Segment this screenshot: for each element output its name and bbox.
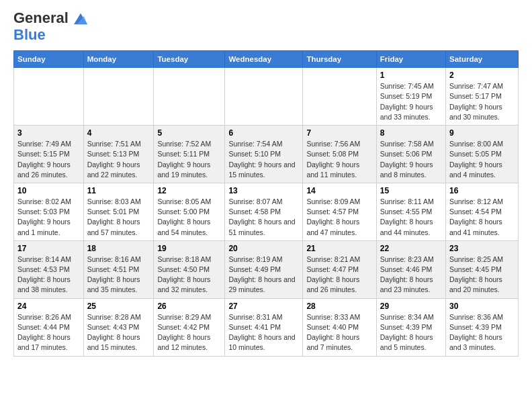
day-number: 11 [87,186,150,195]
calendar-cell: 8Sunrise: 7:58 AM Sunset: 5:06 PM Daylig… [376,126,445,183]
day-number: 3 [17,128,80,138]
day-number: 4 [87,128,150,138]
day-info: Sunrise: 8:19 AM Sunset: 4:49 PM Dayligh… [228,255,299,295]
day-number: 22 [380,244,442,253]
day-info: Sunrise: 8:09 AM Sunset: 4:57 PM Dayligh… [306,197,372,238]
day-info: Sunrise: 8:07 AM Sunset: 4:58 PM Dayligh… [228,197,299,238]
calendar-cell: 12Sunrise: 8:05 AM Sunset: 5:00 PM Dayli… [154,183,225,240]
weekday-header-thursday: Thursday [303,51,376,68]
calendar-cell: 25Sunrise: 8:28 AM Sunset: 4:43 PM Dayli… [83,298,154,356]
calendar-cell: 14Sunrise: 8:09 AM Sunset: 4:57 PM Dayli… [303,183,376,240]
day-info: Sunrise: 8:00 AM Sunset: 5:05 PM Dayligh… [449,139,515,180]
calendar-cell: 9Sunrise: 8:00 AM Sunset: 5:05 PM Daylig… [446,126,519,183]
day-number: 18 [87,244,150,253]
calendar-cell: 13Sunrise: 8:07 AM Sunset: 4:58 PM Dayli… [225,183,303,240]
calendar-cell [154,68,225,126]
calendar-cell: 19Sunrise: 8:18 AM Sunset: 4:50 PM Dayli… [154,240,225,298]
day-number: 23 [449,244,515,253]
day-number: 29 [380,302,442,311]
day-info: Sunrise: 8:18 AM Sunset: 4:50 PM Dayligh… [157,255,221,295]
logo-general: General [13,9,69,26]
day-number: 7 [306,128,372,138]
day-info: Sunrise: 8:25 AM Sunset: 4:45 PM Dayligh… [449,255,515,295]
day-info: Sunrise: 8:03 AM Sunset: 5:01 PM Dayligh… [87,197,150,238]
day-info: Sunrise: 7:45 AM Sunset: 5:19 PM Dayligh… [380,81,442,122]
day-number: 30 [449,302,515,311]
logo-blue: Blue [13,26,46,43]
day-number: 27 [228,302,299,311]
day-number: 21 [306,244,372,253]
calendar-cell [225,68,303,126]
day-info: Sunrise: 8:33 AM Sunset: 4:40 PM Dayligh… [306,312,372,353]
day-info: Sunrise: 7:47 AM Sunset: 5:17 PM Dayligh… [449,81,515,122]
calendar-cell: 17Sunrise: 8:14 AM Sunset: 4:53 PM Dayli… [14,240,84,298]
calendar-cell: 1Sunrise: 7:45 AM Sunset: 5:19 PM Daylig… [376,68,445,126]
page-container: General Blue SundayMondayTuesdayWed [0,0,532,363]
calendar-cell [14,68,84,126]
calendar-cell: 3Sunrise: 7:49 AM Sunset: 5:15 PM Daylig… [14,126,84,183]
weekday-header-saturday: Saturday [446,51,519,68]
day-info: Sunrise: 8:28 AM Sunset: 4:43 PM Dayligh… [87,312,150,353]
day-number: 8 [380,128,442,138]
day-number: 2 [449,71,515,80]
calendar-cell: 4Sunrise: 7:51 AM Sunset: 5:13 PM Daylig… [83,126,154,183]
day-number: 25 [87,302,150,311]
day-info: Sunrise: 8:29 AM Sunset: 4:42 PM Dayligh… [157,312,221,353]
weekday-header-sunday: Sunday [14,51,84,68]
calendar-cell: 11Sunrise: 8:03 AM Sunset: 5:01 PM Dayli… [83,183,154,240]
logo-text: General Blue [13,10,87,44]
calendar-table: SundayMondayTuesdayWednesdayThursdayFrid… [13,50,519,356]
day-info: Sunrise: 8:11 AM Sunset: 4:55 PM Dayligh… [380,197,442,238]
calendar-cell [83,68,154,126]
day-number: 26 [157,302,221,311]
day-info: Sunrise: 8:36 AM Sunset: 4:39 PM Dayligh… [449,312,515,353]
calendar-cell: 29Sunrise: 8:34 AM Sunset: 4:39 PM Dayli… [376,298,445,356]
day-info: Sunrise: 8:14 AM Sunset: 4:53 PM Dayligh… [17,255,80,295]
day-number: 13 [228,186,299,195]
day-info: Sunrise: 8:02 AM Sunset: 5:03 PM Dayligh… [17,197,80,238]
day-number: 20 [228,244,299,253]
calendar-cell: 10Sunrise: 8:02 AM Sunset: 5:03 PM Dayli… [14,183,84,240]
calendar-week-3: 10Sunrise: 8:02 AM Sunset: 5:03 PM Dayli… [14,183,519,240]
calendar-cell: 24Sunrise: 8:26 AM Sunset: 4:44 PM Dayli… [14,298,84,356]
day-number: 19 [157,244,221,253]
day-number: 14 [306,186,372,195]
weekday-header-tuesday: Tuesday [154,51,225,68]
day-number: 12 [157,186,221,195]
day-number: 5 [157,128,221,138]
calendar-cell: 30Sunrise: 8:36 AM Sunset: 4:39 PM Dayli… [446,298,519,356]
calendar-cell: 21Sunrise: 8:21 AM Sunset: 4:47 PM Dayli… [303,240,376,298]
day-number: 1 [380,71,442,80]
day-info: Sunrise: 8:31 AM Sunset: 4:41 PM Dayligh… [228,312,299,353]
day-number: 16 [449,186,515,195]
calendar-cell: 20Sunrise: 8:19 AM Sunset: 4:49 PM Dayli… [225,240,303,298]
calendar-cell: 26Sunrise: 8:29 AM Sunset: 4:42 PM Dayli… [154,298,225,356]
calendar-cell [303,68,376,126]
calendar-cell: 6Sunrise: 7:54 AM Sunset: 5:10 PM Daylig… [225,126,303,183]
day-number: 6 [228,128,299,138]
day-info: Sunrise: 8:05 AM Sunset: 5:00 PM Dayligh… [157,197,221,238]
logo: General Blue [13,10,87,44]
day-number: 9 [449,128,515,138]
calendar-cell: 28Sunrise: 8:33 AM Sunset: 4:40 PM Dayli… [303,298,376,356]
day-info: Sunrise: 8:26 AM Sunset: 4:44 PM Dayligh… [17,312,80,353]
logo-icon [74,12,87,26]
calendar-cell: 27Sunrise: 8:31 AM Sunset: 4:41 PM Dayli… [225,298,303,356]
calendar-cell: 5Sunrise: 7:52 AM Sunset: 5:11 PM Daylig… [154,126,225,183]
day-number: 10 [17,186,80,195]
calendar-cell: 2Sunrise: 7:47 AM Sunset: 5:17 PM Daylig… [446,68,519,126]
calendar-cell: 22Sunrise: 8:23 AM Sunset: 4:46 PM Dayli… [376,240,445,298]
calendar-week-5: 24Sunrise: 8:26 AM Sunset: 4:44 PM Dayli… [14,298,519,356]
day-info: Sunrise: 7:49 AM Sunset: 5:15 PM Dayligh… [17,139,80,180]
page-header: General Blue [13,10,519,44]
day-info: Sunrise: 8:34 AM Sunset: 4:39 PM Dayligh… [380,312,442,353]
day-info: Sunrise: 7:58 AM Sunset: 5:06 PM Dayligh… [380,139,442,180]
day-info: Sunrise: 8:16 AM Sunset: 4:51 PM Dayligh… [87,255,150,295]
day-number: 24 [17,302,80,311]
calendar-cell: 15Sunrise: 8:11 AM Sunset: 4:55 PM Dayli… [376,183,445,240]
day-info: Sunrise: 7:52 AM Sunset: 5:11 PM Dayligh… [157,139,221,180]
weekday-header-friday: Friday [376,51,445,68]
day-info: Sunrise: 8:23 AM Sunset: 4:46 PM Dayligh… [380,255,442,295]
calendar-cell: 7Sunrise: 7:56 AM Sunset: 5:08 PM Daylig… [303,126,376,183]
day-info: Sunrise: 8:12 AM Sunset: 4:54 PM Dayligh… [449,197,515,238]
